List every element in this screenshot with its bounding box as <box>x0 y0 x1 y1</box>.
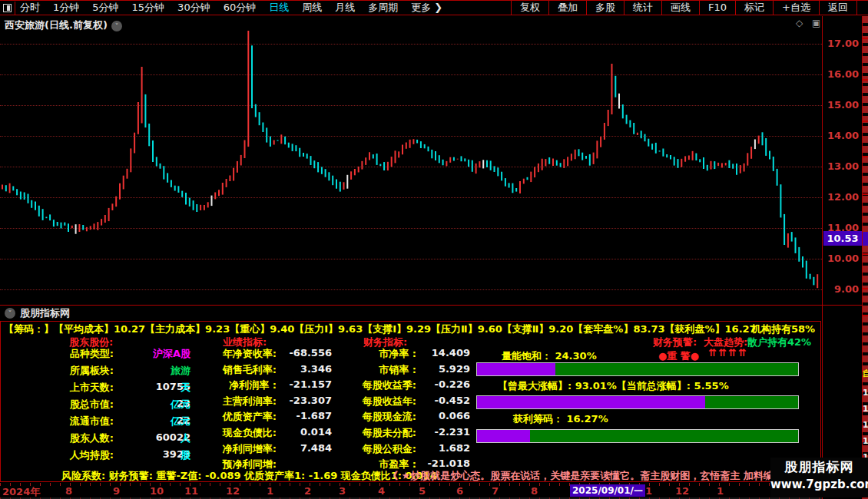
date-tick: 11 <box>184 485 198 497</box>
volume-saturation-label: 量能饱和： 24.30% <box>502 349 597 363</box>
field-label: 净利同增率: <box>207 442 277 456</box>
field-value: 5.929 <box>421 363 470 375</box>
field-value: 旅游 <box>115 364 190 378</box>
field-value: 沪深A股 <box>115 347 190 361</box>
field-unit: 天 <box>169 381 190 395</box>
field-label: 每股收益年: <box>361 395 416 408</box>
site-watermark: 股朋指标网 www.7gpzb.com <box>770 458 868 497</box>
fuquan-button[interactable]: 复权 <box>511 1 548 15</box>
draw-line-button[interactable]: 画线 <box>661 1 699 15</box>
tab-weekly[interactable]: 周线 <box>302 1 322 15</box>
mark-button[interactable]: 标记 <box>735 1 773 15</box>
field-unit: 亿元 <box>169 415 190 428</box>
period-tabs: 分时 1分钟 5分钟 15分钟 30分钟 60分钟 日线 周线 月线 多周期 更… <box>20 1 442 15</box>
date-tick: 6 <box>456 485 463 497</box>
field-label: 每股收益季: <box>361 378 416 392</box>
field-label: 所属板块: <box>46 364 114 378</box>
date-axis: 2024年891011121234567811121 2025/09/01/— <box>0 483 822 497</box>
tab-30min[interactable]: 30分钟 <box>177 1 210 15</box>
field-value: -21.018 <box>421 458 470 469</box>
stock-title: 西安旅游(日线.前复权) <box>5 19 108 31</box>
price-tick: 15.00 <box>823 99 859 111</box>
tab-monthly[interactable]: 月线 <box>335 1 355 15</box>
period-toolbar: 分时 1分钟 5分钟 15分钟 30分钟 60分钟 日线 周线 月线 多周期 更… <box>0 0 868 15</box>
field-value: -0.226 <box>421 378 470 390</box>
field-label: 主营利润率: <box>207 395 277 408</box>
field-unit: 股 <box>169 448 190 462</box>
current-date-badge: 2025/09/01/— <box>570 484 645 497</box>
date-tick: 12 <box>675 485 689 497</box>
tab-1min[interactable]: 1分钟 <box>53 1 79 15</box>
diamond-icon[interactable]: ◇ <box>796 18 803 28</box>
collapse-chevron-icon[interactable]: ˅ <box>5 308 15 319</box>
warn-level: ●重 警● <box>658 349 699 363</box>
field-value: 0.014 <box>283 426 332 438</box>
overlay-button[interactable]: 叠加 <box>548 1 586 15</box>
tab-daily[interactable]: 日线 <box>269 1 289 15</box>
field-label: 品种类型: <box>46 347 114 361</box>
date-tick: 7 <box>492 485 499 497</box>
trading-app-window: 分时 1分钟 5分钟 15分钟 30分钟 60分钟 日线 周线 月线 多周期 更… <box>0 0 868 499</box>
date-tick: 3 <box>339 485 346 497</box>
add-watchlist-button[interactable]: +自选 <box>773 1 819 15</box>
field-label: 每股未分配: <box>361 426 416 440</box>
gauge-gain <box>476 395 799 409</box>
field-value: 0.066 <box>421 410 470 421</box>
date-tick: 8 <box>65 485 72 497</box>
tab-15min[interactable]: 15分钟 <box>132 1 165 15</box>
edge-yellow-glyph: 自 <box>863 368 868 379</box>
price-axis: 17.0016.0015.0014.0013.0012.0011.0010.00… <box>823 31 862 305</box>
panel-layout-icon[interactable]: ▣ <box>812 18 820 28</box>
field-value: -2.231 <box>421 426 470 438</box>
back-button[interactable]: 返回 <box>819 1 857 15</box>
stats-button[interactable]: 统计 <box>624 1 661 15</box>
price-tick: 17.00 <box>823 38 859 49</box>
field-value: 3.346 <box>283 363 332 375</box>
field-label: 人均持股: <box>46 448 114 462</box>
tab-more[interactable]: 更多 ❯ <box>411 1 442 15</box>
tool-buttons: 复权 叠加 多股 统计 画线 F10 标记 +自选 返回 <box>511 1 857 15</box>
field-value: -68.556 <box>283 347 332 359</box>
field-unit: 亿元 <box>169 398 190 411</box>
gauge-profit <box>476 429 799 443</box>
window-icon[interactable] <box>3 4 12 12</box>
date-tick: 2 <box>304 485 311 497</box>
date-tick: 8 <box>531 485 538 497</box>
edge-highlight <box>863 232 868 246</box>
stock-title-row: 西安旅游(日线.前复权) ˅ <box>5 17 122 32</box>
axis-divider <box>822 16 823 499</box>
field-label: 上市天数: <box>46 381 114 395</box>
tab-5min[interactable]: 5分钟 <box>92 1 118 15</box>
field-value: 14.409 <box>421 347 470 359</box>
date-tick: 1 <box>717 485 724 497</box>
field-label: 净利润率 : <box>207 378 277 392</box>
candlestick-chart[interactable] <box>0 31 822 305</box>
field-label: 优质资产率: <box>207 410 277 424</box>
gauge-volume <box>476 362 799 376</box>
date-tick: 4 <box>378 485 385 497</box>
field-value: -23.307 <box>283 395 332 406</box>
tab-multi-period[interactable]: 多周期 <box>368 1 398 15</box>
field-label: 每股现金流: <box>361 410 416 424</box>
field-unit: 人 <box>169 431 190 445</box>
chip-summary-line: 【筹码：】【平均成本】10.27【主力成本】9.23【重心】9.40【压力Ⅰ】9… <box>4 322 757 336</box>
price-tick: 10.00 <box>823 253 859 264</box>
section-warn: 财务预警: <box>653 335 697 349</box>
date-tick: 9 <box>113 485 120 497</box>
field-value: -1.687 <box>283 410 332 421</box>
tab-60min[interactable]: 60分钟 <box>224 1 257 15</box>
field-value: -0.452 <box>421 395 470 406</box>
field-value: -21.157 <box>283 378 332 390</box>
chevron-down-icon[interactable]: ˅ <box>111 21 122 31</box>
price-tick: 14.00 <box>823 130 859 141</box>
field-label: 现金负债比: <box>207 426 277 440</box>
chart-panel-divider <box>0 305 862 306</box>
right-edge-menu[interactable]: 自 1111111 <box>863 16 868 499</box>
date-tick: 5 <box>419 485 426 497</box>
f10-button[interactable]: F10 <box>699 1 735 15</box>
price-tick: 12.00 <box>823 191 859 203</box>
multi-stock-button[interactable]: 多股 <box>586 1 624 15</box>
tab-fenshi[interactable]: 分时 <box>20 1 40 15</box>
date-tick: 12 <box>226 485 240 497</box>
field-label: 市净率 : <box>361 347 416 361</box>
